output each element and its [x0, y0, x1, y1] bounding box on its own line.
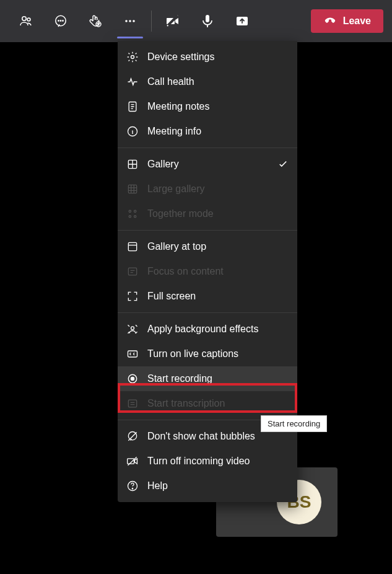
transcription-icon — [126, 397, 139, 410]
menu-label: Device settings — [147, 51, 215, 63]
svg-point-10 — [129, 20, 131, 22]
svg-point-28 — [131, 327, 134, 330]
svg-point-1 — [27, 18, 30, 21]
menu-label: Turn off incoming video — [147, 456, 250, 467]
chat-off-icon — [126, 430, 139, 443]
layout-top-icon — [126, 241, 139, 253]
checkmark-icon — [277, 159, 289, 170]
svg-point-22 — [129, 210, 131, 212]
menu-gallery[interactable]: Gallery — [118, 152, 297, 177]
menu-label: Meeting notes — [147, 101, 210, 112]
leave-button[interactable]: Leave — [311, 9, 383, 33]
menu-meeting-notes[interactable]: Meeting notes — [118, 94, 297, 119]
menu-separator — [118, 230, 297, 231]
svg-point-24 — [129, 216, 131, 218]
menu-label: Don't show chat bubbles — [147, 431, 255, 442]
pulse-icon — [126, 76, 139, 88]
menu-turn-off-incoming-video[interactable]: Turn off incoming video — [118, 449, 297, 474]
svg-point-5 — [63, 20, 63, 21]
info-icon — [126, 125, 139, 138]
menu-apply-background-effects[interactable]: Apply background effects — [118, 317, 297, 342]
help-icon — [126, 480, 139, 492]
menu-help[interactable]: Help — [118, 474, 297, 498]
menu-gallery-at-top[interactable]: Gallery at top — [118, 234, 297, 259]
svg-point-17 — [131, 56, 134, 59]
more-actions-menu: Device settings Call health Meeting note… — [118, 41, 297, 502]
svg-point-11 — [133, 20, 135, 22]
hangup-icon — [323, 14, 337, 28]
tooltip-text: Start recording — [268, 419, 320, 428]
svg-point-23 — [134, 210, 136, 212]
people-button[interactable] — [9, 0, 43, 42]
menu-together-mode: Together mode — [118, 201, 297, 226]
menu-label: Call health — [147, 76, 194, 87]
menu-label: Start transcription — [147, 398, 225, 409]
leave-label: Leave — [343, 15, 371, 27]
menu-label: Gallery — [147, 159, 179, 170]
svg-point-37 — [132, 488, 133, 489]
menu-label: Full screen — [147, 291, 196, 302]
grid-2x2-icon — [126, 158, 139, 170]
menu-start-recording[interactable]: Start recording — [118, 366, 297, 391]
menu-start-transcription: Start transcription — [118, 391, 297, 416]
toolbar-divider — [151, 11, 152, 32]
menu-meeting-info[interactable]: Meeting info — [118, 119, 297, 144]
grid-3x3-icon — [126, 183, 139, 195]
chat-button[interactable] — [43, 0, 78, 42]
menu-turn-on-live-captions[interactable]: Turn on live captions — [118, 342, 297, 366]
menu-large-gallery: Large gallery — [118, 177, 297, 201]
svg-point-8 — [99, 24, 100, 24]
svg-rect-26 — [128, 242, 136, 250]
notes-icon — [126, 100, 139, 113]
menu-device-settings[interactable]: Device settings — [118, 45, 297, 69]
share-button[interactable] — [225, 0, 259, 42]
menu-focus-on-content: Focus on content — [118, 259, 297, 284]
mic-button[interactable] — [190, 0, 225, 42]
svg-point-4 — [60, 20, 61, 21]
fullscreen-icon — [126, 290, 139, 302]
menu-label: Focus on content — [147, 266, 224, 277]
menu-label: Apply background effects — [147, 324, 258, 335]
menu-label: Help — [147, 480, 168, 492]
reactions-button[interactable] — [78, 0, 113, 42]
menu-label: Together mode — [147, 208, 214, 219]
menu-label: Meeting info — [147, 126, 201, 137]
svg-point-9 — [125, 20, 128, 22]
svg-rect-14 — [206, 15, 209, 22]
menu-label: Large gallery — [147, 183, 205, 195]
svg-point-31 — [131, 378, 134, 381]
cc-icon — [126, 348, 139, 360]
camera-button[interactable] — [155, 0, 190, 42]
svg-rect-21 — [128, 185, 136, 193]
svg-rect-27 — [128, 268, 136, 275]
menu-label: Turn on live captions — [147, 348, 238, 360]
menu-call-health[interactable]: Call health — [118, 69, 297, 94]
record-icon — [126, 373, 139, 385]
background-effects-icon — [126, 323, 139, 335]
active-indicator — [117, 37, 143, 38]
menu-separator — [118, 312, 297, 313]
svg-point-3 — [58, 20, 59, 21]
tooltip: Start recording — [261, 415, 327, 432]
gear-icon — [126, 51, 139, 63]
content-icon — [126, 265, 139, 278]
together-icon — [126, 208, 139, 220]
video-off-icon — [126, 455, 139, 467]
menu-label: Gallery at top — [147, 241, 206, 252]
more-actions-button[interactable] — [113, 0, 147, 42]
svg-rect-29 — [128, 351, 137, 357]
svg-point-25 — [134, 216, 136, 218]
menu-label: Start recording — [147, 373, 212, 384]
svg-rect-32 — [128, 400, 136, 407]
menu-separator — [118, 148, 297, 148]
call-toolbar: Leave — [0, 0, 392, 42]
svg-point-0 — [22, 17, 26, 20]
svg-point-7 — [97, 24, 98, 24]
menu-full-screen[interactable]: Full screen — [118, 284, 297, 309]
